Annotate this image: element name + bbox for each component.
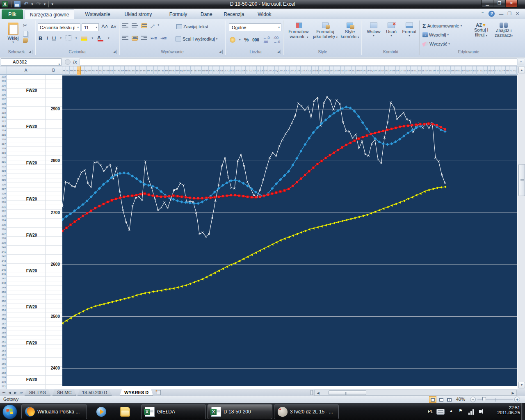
- percent-style-button[interactable]: %: [244, 37, 249, 43]
- align-right-icon[interactable]: [141, 36, 147, 41]
- column-header-CV[interactable]: CV: [293, 66, 297, 75]
- column-header-CR[interactable]: CR: [278, 66, 282, 75]
- row-header-236[interactable]: 236: [0, 227, 7, 232]
- column-header-AR[interactable]: AR: [88, 66, 92, 75]
- row-header-251[interactable]: 251: [0, 294, 7, 299]
- column-header-CK[interactable]: CK: [253, 66, 257, 75]
- row-header-203[interactable]: 203: [0, 79, 7, 84]
- row-header-224[interactable]: 224: [0, 173, 7, 178]
- font-size-select[interactable]: 11▾: [82, 23, 99, 31]
- column-header-DY[interactable]: DY: [399, 66, 403, 75]
- column-header-BR[interactable]: BR: [183, 66, 187, 75]
- comma-style-button[interactable]: 000: [252, 38, 259, 42]
- alignment-dialog-launcher[interactable]: ◢: [218, 50, 223, 54]
- column-header-BD[interactable]: BD: [132, 66, 136, 75]
- horizontal-scroll-thumb[interactable]: [329, 390, 366, 395]
- column-header-EY[interactable]: EY: [495, 66, 498, 75]
- align-top-icon[interactable]: [122, 23, 128, 28]
- row-header-263[interactable]: 263: [0, 349, 7, 353]
- borders-icon[interactable]: [66, 35, 71, 41]
- row-header-266[interactable]: 266: [0, 362, 7, 366]
- row-header-202[interactable]: 202: [0, 75, 7, 79]
- column-header-DM[interactable]: DM: [356, 66, 359, 75]
- column-header-CJ[interactable]: CJ: [249, 66, 253, 75]
- row-header-223[interactable]: 223: [0, 169, 7, 173]
- column-header-BE[interactable]: BE: [136, 66, 139, 75]
- column-header-[interactable]: [0, 66, 7, 75]
- increase-decimal-icon[interactable]: ←.0.00: [263, 36, 270, 44]
- row-header-208[interactable]: 208: [0, 102, 7, 106]
- fill-color-dropdown-icon[interactable]: ▾: [91, 37, 93, 40]
- bold-button[interactable]: B: [39, 35, 42, 41]
- increase-indent-icon[interactable]: ⇥≡: [160, 36, 167, 41]
- prev-sheet-icon[interactable]: ◀: [7, 390, 12, 395]
- underline-dropdown-icon[interactable]: ▾: [60, 37, 62, 40]
- row-header-262[interactable]: 262: [0, 344, 7, 349]
- column-header-DF[interactable]: DF: [330, 66, 333, 75]
- column-header-EP[interactable]: EP: [462, 66, 466, 75]
- column-header-CT[interactable]: CT: [286, 66, 290, 75]
- normal-view-button[interactable]: [429, 396, 436, 403]
- column-header-DG[interactable]: DG: [333, 66, 337, 75]
- zoom-out-icon[interactable]: −: [470, 397, 476, 402]
- column-header-DP[interactable]: DP: [367, 66, 370, 75]
- row-header-228[interactable]: 228: [0, 192, 7, 196]
- taskbar-button-excel-d-18-50-200[interactable]: XD 18-50-200: [208, 404, 272, 419]
- row-header-247[interactable]: 247: [0, 276, 7, 281]
- column-header-DJ[interactable]: DJ: [345, 66, 348, 75]
- row-header-220[interactable]: 220: [0, 155, 7, 160]
- ribbon-tab-dane[interactable]: Dane: [196, 9, 217, 19]
- decrease-indent-icon[interactable]: ⇤≡: [151, 36, 157, 41]
- row-header-221[interactable]: 221: [0, 160, 7, 164]
- underline-button[interactable]: U: [52, 35, 56, 41]
- column-header-EZ[interactable]: EZ: [498, 66, 502, 75]
- column-header-CP[interactable]: CP: [271, 66, 275, 75]
- tray-language-indicator[interactable]: PL: [428, 409, 433, 414]
- column-header-CF[interactable]: CF: [235, 66, 238, 75]
- column-header-AU[interactable]: AU: [99, 66, 103, 75]
- column-header-CB[interactable]: CB: [220, 66, 224, 75]
- row-header-211[interactable]: 211: [0, 115, 7, 119]
- column-header-BP[interactable]: BP: [176, 66, 180, 75]
- column-header-BI[interactable]: BI: [150, 66, 154, 75]
- row-header-227[interactable]: 227: [0, 187, 7, 192]
- row-header-261[interactable]: 261: [0, 340, 7, 344]
- column-header-EM[interactable]: EM: [451, 66, 454, 75]
- page-break-view-button[interactable]: [445, 396, 453, 403]
- column-header-FA[interactable]: FA: [502, 66, 506, 75]
- horizontal-scrollbar[interactable]: ◀ ▶: [314, 390, 517, 396]
- column-header-DE[interactable]: DE: [326, 66, 330, 75]
- row-header-207[interactable]: 207: [0, 97, 7, 102]
- column-header-EC[interactable]: EC: [414, 66, 418, 75]
- row-header-239[interactable]: 239: [0, 241, 7, 245]
- column-header-B[interactable]: B: [45, 66, 62, 75]
- accounting-format-icon[interactable]: [230, 37, 235, 43]
- ribbon-tab-uk-ad-strony[interactable]: Układ strony: [120, 9, 157, 19]
- column-header-CH[interactable]: CH: [242, 66, 246, 75]
- column-header-FB[interactable]: FB: [506, 66, 509, 75]
- column-header-EQ[interactable]: EQ: [466, 66, 469, 75]
- cells-column-a-b[interactable]: FW20FW20FW20FW20FW20FW20FW20FW20FW202900…: [7, 75, 62, 389]
- align-middle-icon[interactable]: [132, 23, 138, 28]
- font-name-select[interactable]: Czcionka tekstu p(▾: [38, 23, 80, 31]
- column-headers[interactable]: ABAKALAMANAOAPAQARASATAUAVAWAXAYAZBABBBC…: [0, 66, 518, 75]
- column-header-BQ[interactable]: BQ: [180, 66, 183, 75]
- sheet-tab-sr-tyg[interactable]: SR.TYG: [25, 389, 50, 396]
- column-header-EA[interactable]: EA: [407, 66, 411, 75]
- column-header-DZ[interactable]: DZ: [403, 66, 407, 75]
- row-header-245[interactable]: 245: [0, 268, 7, 272]
- insert-worksheet-tab[interactable]: ✶: [155, 390, 164, 395]
- column-header-DV[interactable]: DV: [388, 66, 392, 75]
- wrap-text-button[interactable]: Zawijaj tekst: [176, 24, 208, 29]
- borders-dropdown-icon[interactable]: ▾: [75, 37, 77, 40]
- column-header-DT[interactable]: DT: [381, 66, 385, 75]
- column-header-EW[interactable]: EW: [488, 66, 491, 75]
- column-header-ES[interactable]: ES: [473, 66, 477, 75]
- column-header-AL[interactable]: AL: [66, 66, 70, 75]
- row-header-267[interactable]: 267: [0, 366, 7, 371]
- row-header-240[interactable]: 240: [0, 245, 7, 250]
- row-header-214[interactable]: 214: [0, 128, 7, 133]
- row-header-234[interactable]: 234: [0, 218, 7, 223]
- font-color-dropdown-icon[interactable]: ▾: [108, 37, 110, 40]
- row-header-260[interactable]: 260: [0, 335, 7, 340]
